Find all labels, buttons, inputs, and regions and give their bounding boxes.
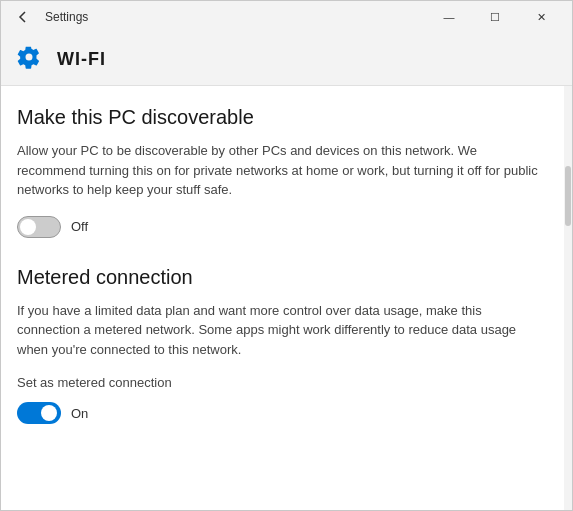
title-bar-left: Settings <box>9 3 88 31</box>
window-controls: — ☐ ✕ <box>426 1 564 33</box>
maximize-button[interactable]: ☐ <box>472 1 518 33</box>
metered-description: If you have a limited data plan and want… <box>17 301 544 360</box>
metered-title: Metered connection <box>17 266 544 289</box>
discoverable-title: Make this PC discoverable <box>17 106 544 129</box>
discoverable-toggle-row: Off <box>17 216 544 238</box>
settings-window: Settings — ☐ ✕ WI-FI Make this PC discov… <box>0 0 573 511</box>
discoverable-description: Allow your PC to be discoverable by othe… <box>17 141 544 200</box>
metered-toggle-label: On <box>71 406 88 421</box>
gear-icon <box>17 45 41 73</box>
metered-sub-label: Set as metered connection <box>17 375 544 390</box>
window-title: Settings <box>45 10 88 24</box>
scrollbar-thumb[interactable] <box>565 166 571 226</box>
back-icon <box>17 11 29 23</box>
title-bar: Settings — ☐ ✕ <box>1 1 572 33</box>
discoverable-toggle-thumb <box>20 219 36 235</box>
minimize-button[interactable]: — <box>426 1 472 33</box>
main-content: Make this PC discoverable Allow your PC … <box>1 86 564 510</box>
metered-toggle[interactable] <box>17 402 61 424</box>
page-title: WI-FI <box>57 49 106 70</box>
metered-toggle-thumb <box>41 405 57 421</box>
metered-toggle-track <box>17 402 61 424</box>
content-area: Make this PC discoverable Allow your PC … <box>1 86 572 510</box>
discoverable-toggle-track <box>17 216 61 238</box>
section-divider <box>17 242 544 266</box>
close-button[interactable]: ✕ <box>518 1 564 33</box>
back-button[interactable] <box>9 3 37 31</box>
discoverable-toggle[interactable] <box>17 216 61 238</box>
scrollbar[interactable] <box>564 86 572 510</box>
metered-toggle-row: On <box>17 402 544 424</box>
header-bar: WI-FI <box>1 33 572 86</box>
discoverable-toggle-label: Off <box>71 219 88 234</box>
